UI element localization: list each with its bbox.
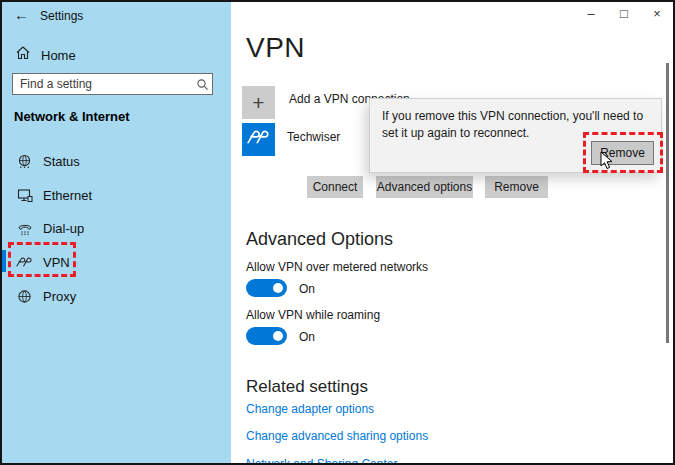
ethernet-icon xyxy=(16,188,33,203)
search-icon[interactable] xyxy=(192,78,212,91)
connect-button[interactable]: Connect xyxy=(307,176,363,198)
link-change-advanced-sharing[interactable]: Change advanced sharing options xyxy=(246,429,428,443)
app-title: Settings xyxy=(40,9,83,23)
sidebar-item-label: Ethernet xyxy=(43,188,92,203)
close-button[interactable]: × xyxy=(647,6,667,21)
vpn-icon xyxy=(16,256,33,269)
sidebar-item-status[interactable]: Status xyxy=(2,149,231,173)
link-network-sharing-center[interactable]: Network and Sharing Center xyxy=(246,457,397,465)
status-icon xyxy=(16,154,33,169)
window-controls: – □ × xyxy=(581,6,667,21)
remove-confirmation-flyout: If you remove this VPN connection, you'l… xyxy=(369,98,662,173)
sidebar-item-ethernet[interactable]: Ethernet xyxy=(2,183,231,207)
add-vpn-button[interactable]: + xyxy=(242,86,275,119)
related-settings-heading: Related settings xyxy=(246,377,368,397)
selected-item-accent-bar xyxy=(2,250,6,272)
page-title: VPN xyxy=(246,32,305,64)
flyout-message: If you remove this VPN connection, you'l… xyxy=(370,99,661,143)
settings-window: ← Settings Home Network & Internet Statu… xyxy=(0,0,675,465)
scrollbar-thumb[interactable] xyxy=(666,63,669,343)
sidebar-item-home[interactable]: Home xyxy=(15,45,76,65)
dialup-icon xyxy=(16,221,33,236)
vpn-connection-name[interactable]: Techwiser xyxy=(287,130,340,144)
vpn-connection-tile[interactable] xyxy=(242,123,275,156)
sidebar-item-label: Dial-up xyxy=(43,221,84,236)
link-change-adapter-options[interactable]: Change adapter options xyxy=(246,402,374,416)
sidebar-item-dialup[interactable]: Dial-up xyxy=(2,216,231,240)
sidebar-item-label: Home xyxy=(41,48,76,63)
sidebar-item-proxy[interactable]: Proxy xyxy=(2,284,231,308)
toggle-label-metered: Allow VPN over metered networks xyxy=(246,260,428,274)
sidebar-item-label: VPN xyxy=(43,255,70,270)
home-icon xyxy=(15,45,31,65)
remove-button[interactable]: Remove xyxy=(485,176,548,198)
search-box[interactable] xyxy=(12,73,213,95)
toggle-state-metered: On xyxy=(299,282,315,296)
section-heading: Network & Internet xyxy=(14,109,130,124)
plus-icon: + xyxy=(252,91,264,115)
advanced-options-button[interactable]: Advanced options xyxy=(376,176,473,198)
sidebar-item-label: Status xyxy=(43,154,80,169)
minimize-button[interactable]: – xyxy=(581,6,601,21)
toggle-state-roaming: On xyxy=(299,330,315,344)
toggle-knob xyxy=(273,331,283,341)
back-icon[interactable]: ← xyxy=(14,6,29,23)
vpn-tile-icon xyxy=(247,129,270,150)
sidebar: ← Settings Home Network & Internet Statu… xyxy=(2,2,231,463)
toggle-roaming[interactable] xyxy=(246,327,287,345)
toggle-label-roaming: Allow VPN while roaming xyxy=(246,308,380,322)
toggle-knob xyxy=(273,283,283,293)
advanced-options-heading: Advanced Options xyxy=(246,229,393,250)
search-input[interactable] xyxy=(13,77,192,91)
sidebar-item-label: Proxy xyxy=(43,289,76,304)
sidebar-item-vpn[interactable]: VPN xyxy=(2,250,231,274)
maximize-button[interactable]: □ xyxy=(614,6,634,21)
proxy-icon xyxy=(16,289,33,304)
toggle-metered-networks[interactable] xyxy=(246,279,287,297)
confirm-remove-button[interactable]: Remove xyxy=(591,141,654,165)
